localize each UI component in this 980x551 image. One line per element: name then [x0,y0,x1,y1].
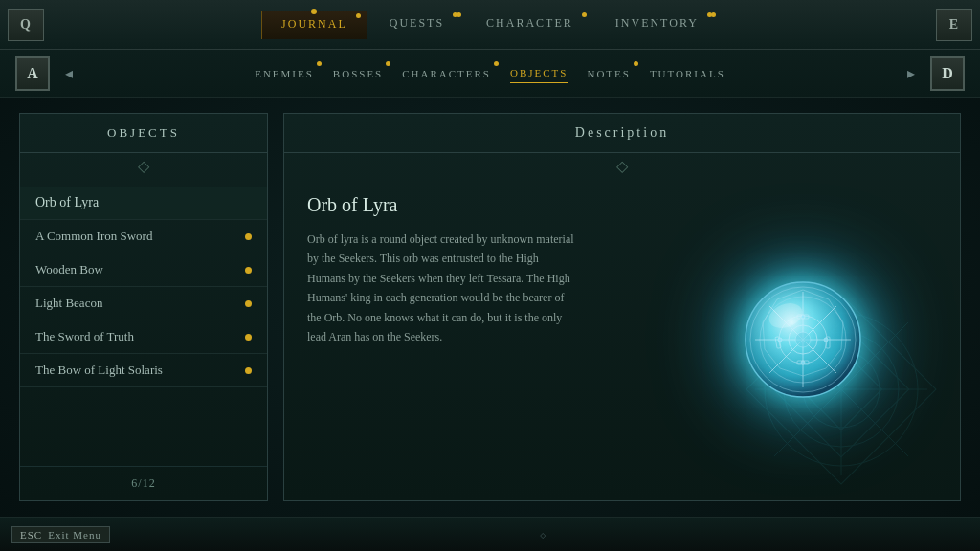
e-button[interactable]: E [936,9,972,41]
list-item-wooden-bow[interactable]: Wooden Bow [20,253,267,287]
esc-exit-button[interactable]: ESC Exit Menu [11,526,110,543]
esc-key: ESC [20,529,42,540]
secondary-nav: A ◂ ENEMIES BOSSES CHARACTERS OBJECTS NO… [0,50,980,98]
item-counter: 6/12 [20,466,267,500]
exit-label: Exit Menu [48,529,101,540]
tab-quests[interactable]: QUESTS [369,10,464,39]
objects-list: Orb of Lyra A Common Iron Sword Wooden B… [20,179,267,466]
cat-notes[interactable]: NOTES [587,64,630,83]
main-nav-tabs: JOURNAL QUESTS CHARACTER INVENTORY [261,10,719,39]
a-button[interactable]: A [15,56,50,91]
svg-point-28 [778,338,782,342]
top-nav: Q JOURNAL QUESTS CHARACTER INVENTORY E [0,0,980,50]
svg-point-27 [801,361,805,364]
tab-inventory[interactable]: INVENTORY [595,10,719,39]
list-item-light-beacon[interactable]: Light Beacon [20,287,267,320]
item-description: Orb of lyra is a round object created by… [307,230,575,346]
cat-objects[interactable]: OBJECTS [510,63,568,83]
svg-point-29 [824,338,828,342]
description-title: Description [284,114,960,153]
tab-journal[interactable]: JOURNAL [261,11,368,39]
item-dot [245,334,252,341]
left-arrow[interactable]: ◂ [57,60,80,86]
item-info: Orb of Lyra Orb of lyra is a round objec… [307,194,650,485]
right-panel: Description ◇ Orb of Lyra Orb of lyra is… [283,113,961,501]
item-dot [245,300,252,307]
bottom-decor: ⬦ [118,527,969,542]
description-content: Orb of Lyra Orb of lyra is a round objec… [284,179,960,500]
category-tabs: ENEMIES BOSSES CHARACTERS OBJECTS NOTES … [88,63,892,83]
item-image-area [669,194,937,485]
list-item-iron-sword[interactable]: A Common Iron Sword [20,220,267,253]
list-item-orb-lyra[interactable]: Orb of Lyra [20,187,267,220]
cat-characters[interactable]: CHARACTERS [402,64,491,83]
list-item-bow-solaris[interactable]: The Bow of Light Solaris [20,354,267,387]
cat-bosses[interactable]: BOSSES [333,64,383,83]
bottom-bar: ESC Exit Menu ⬦ [0,517,980,551]
main-content: OBJECTS ◇ Orb of Lyra A Common Iron Swor… [0,98,980,517]
left-panel: OBJECTS ◇ Orb of Lyra A Common Iron Swor… [19,113,268,501]
cat-enemies[interactable]: ENEMIES [255,64,314,83]
objects-title: OBJECTS [20,114,267,153]
cat-tutorials[interactable]: TUTORIALS [650,64,725,83]
item-name: Orb of Lyra [307,194,650,216]
right-arrow[interactable]: ▸ [900,60,923,86]
tab-character[interactable]: CHARACTER [466,10,593,39]
d-button[interactable]: D [930,56,965,91]
item-orb [726,263,880,416]
svg-point-21 [795,332,811,347]
item-dot [245,267,252,274]
item-dot [245,233,252,240]
list-item-sword-truth[interactable]: The Sword of Truth [20,320,267,354]
q-button[interactable]: Q [8,9,44,41]
item-dot [245,367,252,374]
